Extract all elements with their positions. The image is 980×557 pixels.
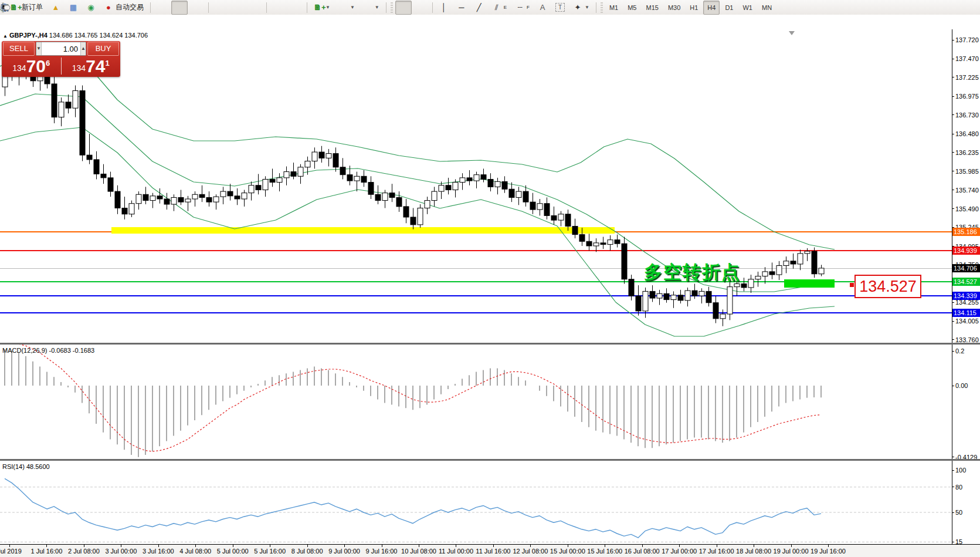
axis-tick-label: 135.985 xyxy=(955,168,979,175)
cursor-tool-button[interactable] xyxy=(395,1,412,15)
candlestick-chart-icon xyxy=(175,3,184,12)
auto-scroll-button[interactable] xyxy=(287,1,304,15)
price-level-flag: 134.339 xyxy=(952,292,980,300)
channel-icon: ⫽ xyxy=(492,3,501,12)
time-axis-label: 16 Jul 08:00 xyxy=(625,548,660,555)
indicators-icon: 🗎+ xyxy=(314,3,323,12)
timeframe-m15-button[interactable]: M15 xyxy=(642,1,662,15)
time-axis-label: 19 Jul 16:00 xyxy=(811,548,846,555)
toolbar-separator xyxy=(432,2,433,13)
main-chart-pane[interactable] xyxy=(0,29,952,343)
callout-anchor-dot xyxy=(850,283,854,287)
new-order-button[interactable]: 🗎+ 新订单 xyxy=(6,1,46,15)
vertical-line-tool-button[interactable]: │ xyxy=(436,1,452,15)
collapse-arrow-icon[interactable]: ▲ xyxy=(3,33,8,39)
time-axis-label: 17 Jul 16:00 xyxy=(699,548,734,555)
crosshair-icon xyxy=(416,3,426,12)
indicators-button[interactable]: 🗎+▼ xyxy=(310,1,334,15)
horizontal-line-icon: ─ xyxy=(457,3,466,12)
arrows-tool-button[interactable]: ✦▼ xyxy=(569,1,593,15)
zoom-in-button[interactable] xyxy=(212,1,228,15)
volume-increase-button[interactable]: ▲ xyxy=(80,42,86,55)
periods-button[interactable]: ▼ xyxy=(335,1,358,15)
trendline-tool-button[interactable]: ╱ xyxy=(471,1,487,15)
time-axis-tick xyxy=(382,545,382,547)
chat-button[interactable] xyxy=(958,1,975,15)
chart-shift-button[interactable] xyxy=(270,1,286,15)
axis-tick-label: 136.235 xyxy=(955,149,979,156)
tile-windows-button[interactable] xyxy=(247,1,263,15)
chart-shift-marker[interactable] xyxy=(789,31,795,35)
macd-svg xyxy=(0,345,952,459)
market-watch-button[interactable]: ◉ xyxy=(83,1,99,15)
green-highlight-box[interactable] xyxy=(784,279,835,288)
time-axis[interactable]: Jul 20191 Jul 16:002 Jul 08:003 Jul 00:0… xyxy=(0,544,980,557)
candlestick-chart-button[interactable] xyxy=(171,1,188,15)
time-axis-label: 2 Jul 08:00 xyxy=(68,548,100,555)
new-order-icon: 🗎+ xyxy=(10,3,19,12)
timeframe-m1-button[interactable]: M1 xyxy=(605,1,622,15)
toolbar-grip[interactable] xyxy=(601,2,603,13)
timeframe-h1-button[interactable]: H1 xyxy=(686,1,702,15)
buy-button[interactable]: BUY xyxy=(87,42,119,56)
zoom-out-button[interactable] xyxy=(229,1,246,15)
mt4-terminal-window: 🗎+ 新订单 ▲ ▦ ◉ ● 自动交易 🗎+▼ xyxy=(0,0,980,557)
candlestick-chart-svg xyxy=(0,29,952,343)
autotrade-button[interactable]: ● 自动交易 xyxy=(100,1,147,15)
text-label-tool-button[interactable]: T xyxy=(552,1,568,15)
profile-button[interactable]: ▲ xyxy=(48,1,64,15)
bar-chart-button[interactable] xyxy=(154,1,170,15)
time-axis-label: 4 Jul 08:00 xyxy=(179,548,211,555)
sell-price[interactable]: 134 70 6 xyxy=(2,56,61,76)
horizontal-line-tool-button[interactable]: ─ xyxy=(453,1,470,15)
axis-tick-label: 0.00 xyxy=(955,382,968,389)
volume-decrease-button[interactable]: ▼ xyxy=(36,42,42,55)
buy-price[interactable]: 134 74 1 xyxy=(62,56,121,76)
time-axis-tick xyxy=(456,545,456,547)
time-axis-tick xyxy=(344,545,345,547)
time-axis-label: 8 Jul 08:00 xyxy=(291,548,323,555)
symbol-name: GBPJPY-,H4 xyxy=(9,32,48,39)
price-callout-box[interactable]: 134.527 xyxy=(854,275,921,298)
timeframe-w1-button[interactable]: W1 xyxy=(738,1,757,15)
volume-input[interactable] xyxy=(42,42,80,55)
channel-tool-button[interactable]: ⫽E xyxy=(489,1,510,15)
axis-tick-label: 136.730 xyxy=(955,112,979,119)
timeframe-d1-button[interactable]: D1 xyxy=(721,1,737,15)
time-axis-label: 18 Jul 08:00 xyxy=(736,548,771,555)
buy-price-prefix: 134 xyxy=(72,63,86,73)
crosshair-tool-button[interactable] xyxy=(413,1,429,15)
toolbar: 🗎+ 新订单 ▲ ▦ ◉ ● 自动交易 🗎+▼ xyxy=(0,0,980,15)
time-axis-label: 19 Jul 00:00 xyxy=(774,548,809,555)
templates-button[interactable]: ▼ xyxy=(360,1,383,15)
toolbar-grip[interactable] xyxy=(391,2,393,13)
charts-window-button[interactable]: ▦ xyxy=(65,1,82,15)
time-axis-tick xyxy=(493,545,494,547)
sell-price-main: 70 xyxy=(26,58,46,75)
macd-pane[interactable] xyxy=(0,345,952,459)
fibonacci-tool-button[interactable]: ┄F xyxy=(511,1,533,15)
axis-tick-label: 136.975 xyxy=(955,93,979,100)
toolbar-separator xyxy=(266,2,267,13)
timeframe-m5-button[interactable]: M5 xyxy=(623,1,640,15)
axis-tick-label: 135.740 xyxy=(955,187,979,194)
text-tool-button[interactable]: A xyxy=(534,1,551,15)
rsi-pane[interactable] xyxy=(0,461,952,557)
timeframe-m30-button[interactable]: M30 xyxy=(664,1,684,15)
timeframe-h4-button[interactable]: H4 xyxy=(703,1,720,15)
line-chart-button[interactable] xyxy=(189,1,205,15)
price-level-flag: 135.186 xyxy=(952,228,980,236)
arrows-icon: ✦ xyxy=(573,3,582,12)
axis-tick-label: 137.720 xyxy=(955,36,979,43)
time-axis-label: 1 Jul 16:00 xyxy=(31,548,63,555)
timeframe-mn-button[interactable]: MN xyxy=(758,1,776,15)
charts-window-icon: ▦ xyxy=(69,3,78,12)
time-axis-label: Jul 2019 xyxy=(0,548,22,555)
rsi-line xyxy=(5,478,821,538)
search-button[interactable] xyxy=(941,1,957,15)
price-level-flag: 134.706 xyxy=(952,264,980,272)
sell-button[interactable]: SELL xyxy=(3,42,35,56)
line-chart-icon xyxy=(192,3,202,12)
price-level-flag: 134.527 xyxy=(952,278,980,286)
turning-point-annotation[interactable]: 多空转折点 xyxy=(644,260,741,285)
